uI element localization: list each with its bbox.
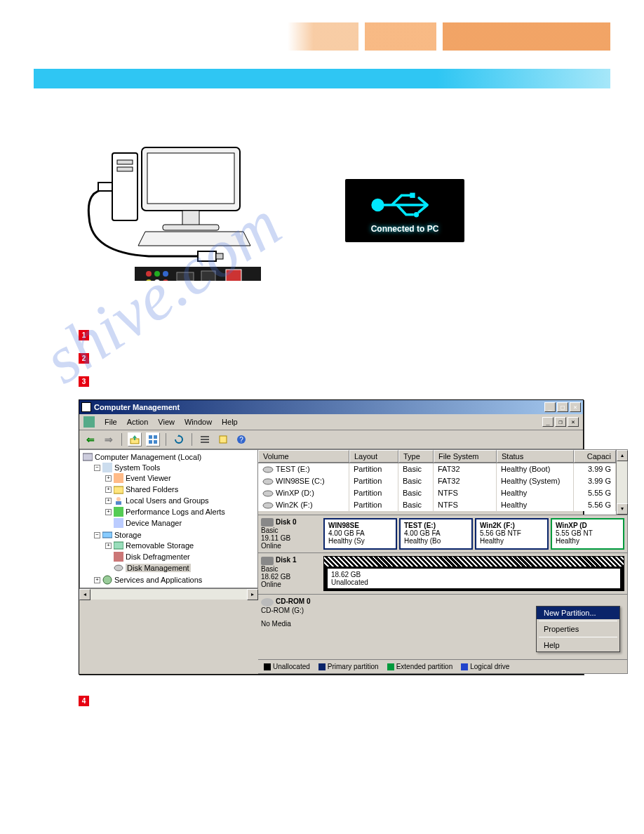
svg-rect-3 <box>163 225 219 230</box>
forward-button[interactable]: ⇒ <box>102 432 116 446</box>
legend-swatch-extended <box>387 663 394 670</box>
menu-help[interactable]: Help <box>537 639 619 651</box>
table-scrollbar[interactable]: ▴▾ <box>616 450 627 515</box>
table-row[interactable]: WinXP (D:)PartitionBasicNTFSHealthy5.55 … <box>258 487 616 499</box>
mdi-close-button[interactable]: × <box>568 417 579 427</box>
scroll-left-button[interactable]: ◂ <box>79 589 90 600</box>
partition[interactable]: Win2K (F:)5.56 GB NTFHealthy <box>475 518 549 550</box>
device-icon <box>114 518 123 528</box>
tree-scrollbar[interactable]: ◂ ▸ <box>79 588 258 600</box>
table-row[interactable]: WIN98SE (C:)PartitionBasicFAT32Healthy (… <box>258 475 616 487</box>
tree-local-users[interactable]: Local Users and Groups <box>126 496 209 505</box>
col-type[interactable]: Type <box>398 450 434 463</box>
svg-point-50 <box>263 479 273 484</box>
menu-action[interactable]: Action <box>127 418 149 426</box>
legend-swatch-primary <box>318 663 326 670</box>
maximize-button[interactable]: □ <box>557 402 568 412</box>
col-status[interactable]: Status <box>497 450 574 463</box>
disk1-size: 18.62 GB <box>261 573 321 581</box>
table-row[interactable]: Win2K (F:)PartitionBasicNTFSHealthy5.56 … <box>258 499 616 511</box>
expand-icon[interactable]: + <box>105 475 112 482</box>
tree-device-mgr[interactable]: Device Manager <box>126 519 182 527</box>
menu-window[interactable]: Window <box>185 418 212 426</box>
disk-icon <box>261 557 274 565</box>
svg-rect-6 <box>117 167 133 171</box>
col-layout[interactable]: Layout <box>349 450 398 463</box>
tree-defrag[interactable]: Disk Defragmenter <box>126 552 190 561</box>
legend-swatch-logical <box>461 663 468 670</box>
svg-rect-45 <box>114 542 123 549</box>
col-capacity[interactable]: Capaci <box>574 450 616 463</box>
svg-rect-31 <box>201 439 209 440</box>
tree-root[interactable]: Computer Management (Local) <box>95 453 201 461</box>
titlebar[interactable]: Computer Management _ □ × <box>79 400 583 414</box>
table-row[interactable]: TEST (E:)PartitionBasicFAT32Healthy (Boo… <box>258 463 616 475</box>
menu-help[interactable]: Help <box>222 418 238 426</box>
step-num-1: 1 <box>79 330 89 340</box>
menu-separator <box>539 621 617 621</box>
volume-icon <box>262 501 274 510</box>
expand-icon[interactable]: + <box>105 486 112 493</box>
svg-rect-19 <box>226 270 241 281</box>
close-button[interactable]: × <box>570 402 581 412</box>
users-icon <box>114 496 123 505</box>
props-button[interactable] <box>216 432 230 446</box>
table-header[interactable]: Volume Layout Type File System Status Ca… <box>258 450 616 463</box>
menu-new-partition[interactable]: New Partition... <box>537 607 619 619</box>
collapse-icon[interactable]: − <box>94 465 100 471</box>
expand-icon[interactable]: + <box>105 498 112 504</box>
partition[interactable]: WIN98SE4.00 GB FAHealthy (Sy <box>323 518 397 550</box>
back-button[interactable]: ⇐ <box>83 432 98 446</box>
partition[interactable]: TEST (E:)4.00 GB FAHealthy (Bo <box>399 518 473 550</box>
shared-folders-icon <box>114 484 123 494</box>
storage-icon <box>102 530 112 540</box>
tree-view[interactable]: Computer Management (Local) −System Tool… <box>79 449 258 588</box>
unallocated-partition[interactable]: 18.62 GBUnallocated <box>323 556 624 591</box>
minimize-button[interactable]: _ <box>544 402 556 412</box>
tree-storage[interactable]: Storage <box>114 531 142 539</box>
app-icon <box>83 416 95 428</box>
tree-removable[interactable]: Removable Storage <box>126 541 194 550</box>
svg-rect-28 <box>149 440 152 444</box>
tree-perf-logs[interactable]: Performance Logs and Alerts <box>126 508 225 516</box>
tree-system-tools[interactable]: System Tools <box>114 463 160 472</box>
expand-icon[interactable]: + <box>94 577 100 583</box>
expand-icon[interactable]: + <box>105 509 112 515</box>
svg-point-11 <box>146 271 152 277</box>
up-button[interactable] <box>128 432 142 446</box>
disk-graphic-area: Disk 0 Basic 19.11 GB Online WIN98SE4.00… <box>258 515 627 659</box>
col-fs[interactable]: File System <box>434 450 497 463</box>
menu-properties[interactable]: Properties <box>537 623 619 635</box>
context-menu[interactable]: New Partition... Properties Help <box>536 606 620 652</box>
tree-services[interactable]: Services and Applications <box>114 576 202 584</box>
mdi-min-button[interactable]: _ <box>542 417 554 427</box>
mdi-restore-button[interactable]: ❐ <box>555 417 566 427</box>
tree-shared-folders[interactable]: Shared Folders <box>126 485 178 494</box>
scroll-up-button[interactable]: ▴ <box>617 450 628 461</box>
list-button[interactable] <box>198 432 212 446</box>
refresh-button[interactable] <box>172 432 186 446</box>
views-button[interactable] <box>146 432 160 446</box>
partition[interactable]: WinXP (D5.55 GB NTHealthy <box>551 518 624 550</box>
help-button[interactable]: ? <box>234 432 248 446</box>
scroll-down-button[interactable]: ▾ <box>617 503 628 515</box>
tree-disk-management[interactable]: Disk Management <box>126 564 191 572</box>
menu-file[interactable]: File <box>105 418 117 426</box>
svg-rect-7 <box>98 183 112 191</box>
tree-event-viewer[interactable]: Event Viewer <box>126 474 171 482</box>
scroll-right-button[interactable]: ▸ <box>247 589 258 600</box>
legend: Unallocated Primary partition Extended p… <box>258 659 627 673</box>
perf-icon <box>114 507 123 517</box>
pc-connection-illustration <box>79 140 261 281</box>
disk-row-1[interactable]: Disk 1 Basic 18.62 GB Online 18.62 GBUna… <box>258 552 627 594</box>
header-gradient <box>288 22 610 51</box>
disk-row-0[interactable]: Disk 0 Basic 19.11 GB Online WIN98SE4.00… <box>258 515 627 552</box>
svg-rect-36 <box>83 454 93 461</box>
collapse-icon[interactable]: − <box>94 532 100 538</box>
menu-view[interactable]: View <box>158 418 175 426</box>
disk0-size: 19.11 GB <box>261 534 321 542</box>
col-volume[interactable]: Volume <box>258 450 349 463</box>
expand-icon[interactable]: + <box>105 543 112 549</box>
volume-table[interactable]: Volume Layout Type File System Status Ca… <box>258 450 616 511</box>
cdrom-sub: CD-ROM (G:) <box>261 607 321 614</box>
